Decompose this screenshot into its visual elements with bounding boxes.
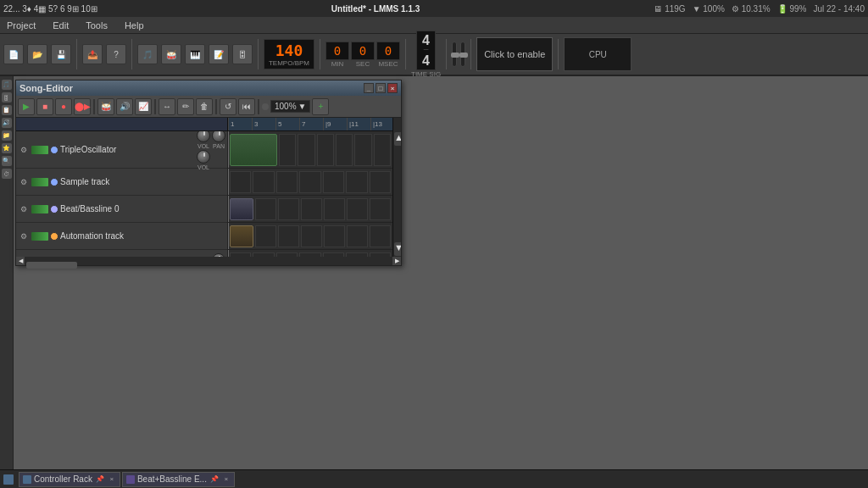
- draw-mode-button[interactable]: ✏: [177, 98, 194, 115]
- window-minimize-button[interactable]: _: [364, 83, 374, 93]
- track-name-3[interactable]: Beat/Bassline 0: [60, 204, 225, 214]
- track-mute-button-1[interactable]: ⚙: [18, 144, 30, 156]
- pattern-empty-2-5[interactable]: [323, 171, 344, 193]
- controller-rack-close[interactable]: ×: [108, 475, 116, 484]
- track-mute-button-4[interactable]: ⚙: [18, 230, 30, 242]
- export-button[interactable]: 📤: [82, 44, 103, 64]
- sidebar-instruments-icon[interactable]: 🎵: [2, 80, 12, 90]
- to-start-button[interactable]: ⏮: [238, 98, 255, 115]
- menu-project[interactable]: Project: [3, 19, 39, 32]
- window-close-button[interactable]: ×: [387, 83, 398, 93]
- sidebar-presets-icon[interactable]: 📋: [2, 105, 12, 115]
- pattern-block-3-1[interactable]: [230, 198, 253, 220]
- help-button[interactable]: ?: [106, 44, 126, 64]
- sidebar-search-icon[interactable]: 🔍: [2, 156, 12, 166]
- pattern-empty-1-3[interactable]: [317, 134, 334, 166]
- vol-knob-1[interactable]: [197, 131, 210, 142]
- pattern-row-2[interactable]: [228, 169, 392, 196]
- vscroll-down-button[interactable]: ▼: [394, 242, 401, 256]
- pattern-empty-3-4[interactable]: [324, 198, 345, 220]
- track-mute-button-2[interactable]: ⚙: [18, 176, 30, 188]
- pattern-empty-4-3[interactable]: [301, 225, 322, 247]
- pan-knob-1[interactable]: [212, 131, 225, 142]
- zoom-control[interactable]: 100% ▼: [270, 100, 310, 113]
- play-button[interactable]: ▶: [18, 98, 35, 115]
- erase-mode-button[interactable]: 🗑: [196, 98, 213, 115]
- hscroll-thumb[interactable]: [26, 262, 77, 269]
- time-sig-display[interactable]: 4 ─ 4: [416, 30, 436, 71]
- pattern-empty-1-4[interactable]: [336, 134, 353, 166]
- pattern-row-3[interactable]: [228, 196, 392, 223]
- pattern-empty-1-6[interactable]: [374, 134, 391, 166]
- hscroll-right-button[interactable]: ▶: [392, 257, 401, 265]
- sidebar-effects-icon[interactable]: 🎛: [2, 92, 12, 103]
- track-name-2[interactable]: Sample track: [60, 177, 225, 186]
- vscroll-up-button[interactable]: ▲: [394, 132, 401, 146]
- time-msec[interactable]: 0: [376, 42, 400, 60]
- pattern-empty-4-4[interactable]: [324, 225, 345, 247]
- menu-help[interactable]: Help: [121, 19, 147, 32]
- menu-tools[interactable]: Tools: [82, 19, 111, 32]
- pattern-empty-2-4[interactable]: [299, 171, 320, 193]
- record-button[interactable]: ●: [55, 98, 72, 115]
- pattern-empty-3-5[interactable]: [347, 198, 368, 220]
- pattern-empty-3-1[interactable]: [255, 198, 276, 220]
- stop-button[interactable]: ■: [36, 98, 53, 115]
- timeline-mode-button[interactable]: ↔: [159, 98, 175, 115]
- controller-rack-taskbar-item[interactable]: Controller Rack 📌 ×: [19, 472, 120, 487]
- pattern-row-1[interactable]: [228, 131, 392, 169]
- pattern-empty-1-1[interactable]: [279, 134, 296, 166]
- project-notes-button[interactable]: 📝: [209, 44, 229, 64]
- beat-bassline-taskbar-item[interactable]: Beat+Bassline E... 📌 ×: [122, 472, 235, 487]
- time-min[interactable]: 0: [326, 42, 349, 60]
- pattern-empty-4-2[interactable]: [278, 225, 299, 247]
- sidebar-projects-icon[interactable]: 📁: [2, 130, 12, 141]
- add-bb-track-button[interactable]: 🥁: [97, 98, 114, 115]
- pattern-empty-4-6[interactable]: [370, 225, 391, 247]
- piano-roll-button[interactable]: 🎹: [185, 44, 205, 64]
- sidebar-samples-icon[interactable]: 🔊: [2, 118, 12, 128]
- pattern-empty-3-6[interactable]: [370, 198, 391, 220]
- pattern-empty-1-5[interactable]: [354, 134, 371, 166]
- controller-rack-button[interactable]: 🎛: [232, 44, 253, 64]
- hscroll-left-button[interactable]: ◀: [16, 257, 25, 265]
- pattern-empty-2-6[interactable]: [346, 171, 367, 193]
- pattern-block-1-1[interactable]: [230, 134, 277, 166]
- beat-bassline-button[interactable]: 🥁: [161, 44, 181, 64]
- tempo-display[interactable]: 140 TEMPO/BPM: [264, 39, 314, 69]
- beat-bassline-close[interactable]: ×: [222, 475, 231, 484]
- save-project-button[interactable]: 💾: [51, 44, 71, 64]
- loop-button[interactable]: ↺: [220, 98, 236, 115]
- open-project-button[interactable]: 📂: [27, 44, 47, 64]
- add-auto-track-button[interactable]: 📈: [135, 98, 152, 115]
- pattern-empty-2-7[interactable]: [370, 171, 391, 193]
- pattern-empty-1-2[interactable]: [298, 134, 314, 166]
- pattern-empty-2-2[interactable]: [253, 171, 274, 193]
- add-sample-track-button[interactable]: 🔊: [116, 98, 133, 115]
- pattern-empty-2-1[interactable]: [230, 171, 251, 193]
- pattern-empty-2-3[interactable]: [276, 171, 298, 193]
- master-volume-slider[interactable]: [452, 42, 457, 67]
- record-while-playing-button[interactable]: ⬤▶: [74, 98, 91, 115]
- song-editor-button[interactable]: 🎵: [137, 44, 158, 64]
- pattern-row-5[interactable]: [228, 250, 392, 257]
- menu-edit[interactable]: Edit: [49, 19, 72, 32]
- track-mute-button-3[interactable]: ⚙: [18, 203, 30, 215]
- new-project-button[interactable]: 📄: [3, 44, 24, 64]
- time-sec[interactable]: 0: [351, 42, 375, 60]
- track-name-4[interactable]: Automation track: [60, 231, 225, 241]
- pattern-row-4[interactable]: [228, 223, 392, 250]
- track-name-1[interactable]: TripleOscillator: [60, 145, 193, 154]
- pattern-empty-3-2[interactable]: [278, 198, 299, 220]
- pattern-empty-3-3[interactable]: [301, 198, 322, 220]
- pattern-empty-4-1[interactable]: [255, 225, 276, 247]
- pattern-block-4-1[interactable]: [230, 225, 253, 247]
- zoom-in-button[interactable]: +: [312, 98, 329, 115]
- controller-rack-pin[interactable]: 📌: [95, 474, 105, 485]
- pattern-empty-4-5[interactable]: [347, 225, 368, 247]
- window-maximize-button[interactable]: □: [376, 83, 386, 93]
- sidebar-recent-icon[interactable]: ⏱: [2, 169, 12, 179]
- beat-bassline-pin[interactable]: 📌: [209, 474, 220, 485]
- vol2-knob-1[interactable]: [197, 150, 210, 164]
- horizontal-scrollbar[interactable]: ◀ ▶: [16, 257, 401, 265]
